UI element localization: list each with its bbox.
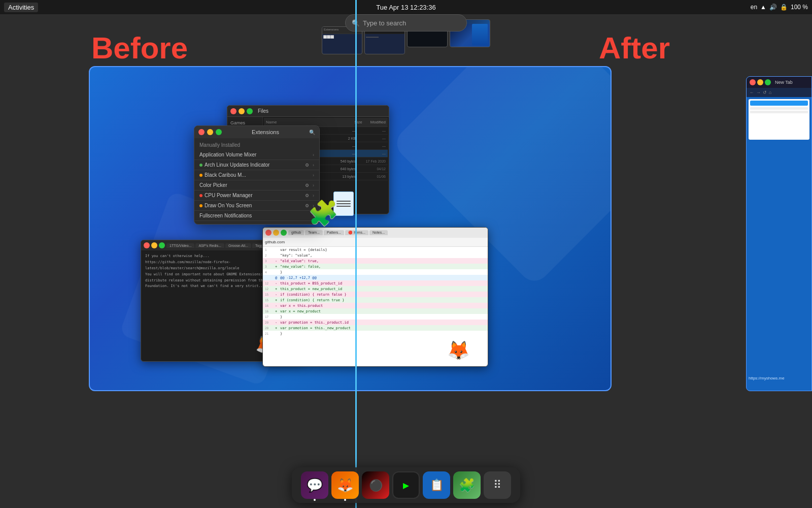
- ext-item-caribou[interactable]: Black Caribou M... ›: [194, 170, 319, 180]
- topbar: Activities Tue Apr 13 12:23:36 en ▲ 🔊 🔒 …: [0, 0, 812, 14]
- ext-item-arch[interactable]: Arch Linux Updates Indicator ⚙›: [194, 160, 319, 170]
- home-icon[interactable]: ⌂: [769, 90, 771, 95]
- fm-close-btn[interactable]: [230, 108, 236, 114]
- browser-right-window[interactable]: github Team... Patters... 🔴 Items... Not…: [262, 227, 488, 367]
- fm-min-btn[interactable]: [239, 108, 245, 114]
- browser-tab[interactable]: Team...: [305, 230, 323, 235]
- extensions-body: Manually Installed Application Volume Mi…: [194, 138, 319, 224]
- browser-close-btn[interactable]: [265, 230, 272, 236]
- fm-max-btn[interactable]: [247, 108, 253, 114]
- browser-tab[interactable]: 🔴 Items...: [345, 230, 368, 235]
- browser-min-btn[interactable]: [151, 242, 157, 248]
- ext-item-volume[interactable]: Application Volume Mixer ›: [194, 150, 319, 160]
- dock-item-slack[interactable]: 💬: [301, 471, 328, 499]
- rp-max[interactable]: [765, 79, 771, 85]
- dock-item-jetbrains[interactable]: ⚫: [362, 471, 389, 499]
- rp-min[interactable]: [757, 79, 763, 85]
- fm-col-name: Name: [266, 120, 277, 124]
- close-button[interactable]: [198, 129, 205, 135]
- browser-tab[interactable]: Notes...: [369, 230, 388, 235]
- diff-line: 20+ var promotion = this._new_product: [263, 325, 488, 331]
- browser-tab[interactable]: 1TTG/Video...: [166, 243, 194, 248]
- right-panel-content: [749, 99, 809, 140]
- before-label: Before: [91, 30, 188, 66]
- diff-toolbar: github.com: [263, 238, 488, 247]
- extensions-titlebar: Extensions 🔍: [194, 126, 319, 138]
- note-line-2: [336, 203, 351, 204]
- maximize-button[interactable]: [216, 129, 222, 135]
- note-line-1: [336, 201, 351, 202]
- notes-icon: 📋: [430, 479, 444, 492]
- jetbrains-icon: ⚫: [369, 479, 383, 492]
- ext-item-fullscreen[interactable]: Fullscreen Notifications ›: [194, 211, 319, 221]
- diff-line: @@@ -12,7 +12,7 @@: [263, 275, 488, 280]
- minimize-button[interactable]: [207, 129, 213, 135]
- browser-tab[interactable]: Patters...: [324, 230, 344, 235]
- extensions-dialog[interactable]: Extensions 🔍 Manually Installed Applicat…: [194, 125, 320, 225]
- ext-item-colorpicker[interactable]: Color Picker ⚙›: [194, 180, 319, 190]
- activities-button[interactable]: Activities: [4, 3, 38, 12]
- dock-item-firefox[interactable]: 🦊: [331, 471, 359, 499]
- diff-line: 21 }: [263, 331, 488, 336]
- forward-icon[interactable]: →: [756, 90, 761, 95]
- reload-icon[interactable]: ↺: [763, 90, 767, 95]
- diff-line: 4 }: [263, 269, 488, 275]
- firefox-icon-dock: 🦊: [337, 478, 353, 493]
- right-panel-url: https://myshows.me: [749, 376, 785, 380]
- browser-tab[interactable]: github: [288, 230, 304, 235]
- dock: 💬 🦊 ⚫ ▶ 📋 🧩 ⠿: [292, 467, 520, 503]
- diff-line: 17 }: [263, 314, 488, 320]
- dock-item-puzzle[interactable]: 🧩: [453, 471, 481, 499]
- search-input[interactable]: Type to search: [363, 19, 406, 27]
- ext-section-label: Manually Installed: [194, 141, 319, 150]
- dock-item-grid[interactable]: ⠿: [484, 471, 511, 499]
- before-after-divider: [355, 0, 357, 508]
- wifi-icon: ▲: [760, 4, 766, 11]
- diff-line: 3- "old_value": true,: [263, 258, 488, 264]
- after-label: After: [599, 30, 670, 66]
- ext-item-draw[interactable]: Draw On You Screen ⚙›: [194, 201, 319, 211]
- browser-tab[interactable]: ASP's Redis...: [195, 243, 224, 248]
- battery-indicator: 100 %: [791, 4, 808, 11]
- diff-line: 15- if (condition) { return false }: [263, 292, 488, 297]
- content-line: [750, 111, 808, 113]
- search-box[interactable]: 🔍 Type to search: [345, 14, 467, 31]
- fm-title: Files: [258, 108, 268, 114]
- ext-item-cpu[interactable]: CPU Power Manager ⚙›: [194, 190, 319, 201]
- diff-line: 12+ this_product = new_product_id: [263, 286, 488, 292]
- browser-right-titlebar: github Team... Patters... 🔴 Items... Not…: [263, 228, 488, 238]
- extensions-title: Extensions: [252, 129, 279, 135]
- slack-icon: 💬: [307, 478, 323, 493]
- dock-item-terminal[interactable]: ▶: [392, 471, 420, 499]
- browser-close-btn[interactable]: [144, 242, 150, 248]
- browser-tabs: 1TTG/Video... ASP's Redis... Groose-All.…: [166, 243, 278, 248]
- search-area: 🔍 Type to search: [345, 14, 467, 31]
- dock-dot-firefox: [344, 499, 346, 501]
- note-line-3: [336, 206, 351, 207]
- content-bar: [750, 101, 808, 106]
- browser-tab[interactable]: Groose-All...: [225, 243, 251, 248]
- diff-line: 20- var promotion = this._product.id: [263, 320, 488, 325]
- browser-max-btn[interactable]: [281, 230, 287, 236]
- right-panel-window[interactable]: New Tab ← → ↺ ⌂ https://myshows.me: [746, 76, 812, 391]
- back-icon[interactable]: ←: [750, 90, 754, 95]
- puzzle-dock-icon: 🧩: [459, 478, 475, 493]
- dock-item-notes[interactable]: 📋: [423, 471, 450, 499]
- ext-search-icon[interactable]: 🔍: [309, 130, 315, 135]
- diff-line: 15+ if (condition) { return true }: [263, 297, 488, 303]
- rp-close[interactable]: [750, 79, 756, 85]
- window-controls[interactable]: [198, 129, 222, 135]
- puzzle-icon: 🧩: [308, 199, 339, 228]
- fm-col-date: Modified: [370, 120, 386, 124]
- diff-line: 3+ "new_value": false,: [263, 264, 488, 269]
- lock-icon: 🔒: [780, 4, 788, 11]
- browser-max-btn[interactable]: [159, 242, 165, 248]
- workspace-area: Extensions 🔍 Manually Installed Applicat…: [89, 66, 612, 391]
- grid-icon: ⠿: [493, 479, 501, 492]
- right-panel-titlebar: New Tab: [747, 77, 811, 88]
- browser-min-btn[interactable]: [273, 230, 279, 236]
- file-manager-titlebar: Files: [227, 106, 389, 117]
- system-tray: en ▲ 🔊 🔒 100 %: [751, 4, 808, 11]
- content-line: [750, 107, 808, 110]
- diff-line: 1 var result = {details}: [263, 247, 488, 252]
